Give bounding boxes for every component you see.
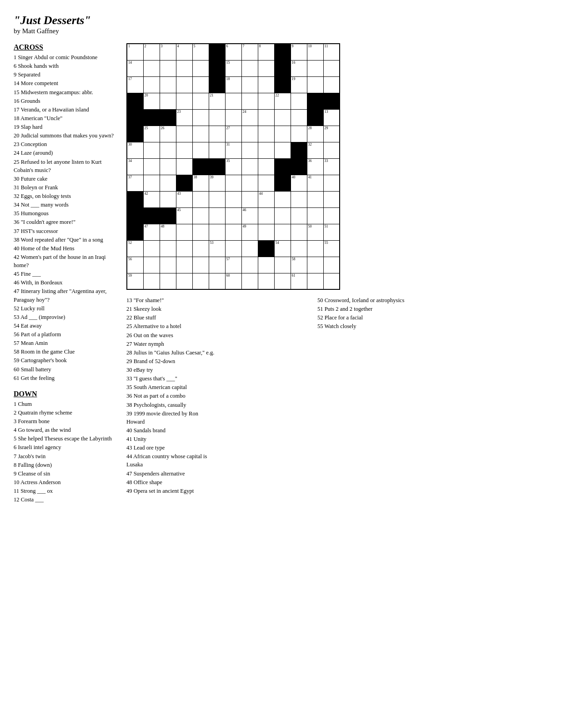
- grid-cell-r12-c9: 54: [274, 240, 291, 257]
- across-clue-31: 31 Boleyn or Frank: [14, 183, 118, 192]
- across-right-clue-39: 39 1999 movie directed by Ron Howard: [126, 410, 217, 426]
- cell-number: 56: [128, 258, 132, 261]
- cell-number: 49: [243, 225, 246, 228]
- across-clue-9: 9 Separated: [14, 71, 118, 79]
- grid-cell-r1-c6: 15: [225, 60, 241, 76]
- grid-cell-r5-c0: [127, 126, 143, 142]
- grid-cell-r8-c1: [143, 175, 160, 191]
- cell-number: 61: [292, 274, 296, 278]
- grid-cell-r1-c4: [192, 60, 209, 76]
- grid-cell-r11-c6: [225, 224, 241, 240]
- cell-number: 24: [243, 110, 246, 114]
- down-clue-12: 12 Costa ___: [14, 495, 118, 504]
- cell-number: 13: [325, 110, 328, 114]
- across-clue-57: 57 Mean Amin: [14, 339, 118, 347]
- grid-cell-r2-c3: [176, 76, 192, 93]
- grid-cell-r3-c9: 22: [274, 93, 291, 109]
- grid-cell-r10-c10: [291, 207, 307, 224]
- cell-number: 19: [292, 77, 296, 81]
- across-clue-36: 36 "I couldn't agree more!": [14, 218, 118, 226]
- down-clue-3: 3 Forearm bone: [14, 417, 118, 425]
- grid-cell-r9-c1: 42: [143, 191, 160, 207]
- grid-cell-r2-c0: 17: [127, 76, 143, 93]
- down-title: DOWN: [14, 390, 118, 398]
- across-bottom-col3: 50 Crossword, Iceland or astrophysics51 …: [317, 296, 413, 495]
- grid-cell-r5-c12: 29: [323, 126, 340, 142]
- grid-cell-r4-c0: [127, 109, 143, 126]
- grid-cell-r2-c6: 18: [225, 76, 241, 93]
- grid-cell-r3-c0: [127, 93, 143, 109]
- grid-cell-r4-c2: [160, 109, 176, 126]
- grid-cell-r12-c2: [160, 240, 176, 257]
- across-clue-52: 52 Lucky roll: [14, 304, 118, 313]
- grid-cell-r4-c11: [307, 109, 323, 126]
- cell-number: 23: [177, 110, 181, 114]
- grid-cell-r9-c11: [307, 191, 323, 207]
- cell-number: 26: [161, 126, 165, 130]
- grid-cell-r7-c9: [274, 158, 291, 175]
- grid-cell-r4-c8: [258, 109, 274, 126]
- across-clue-56: 56 Part of a platform: [14, 330, 118, 339]
- grid-cell-r9-c12: [323, 191, 340, 207]
- down-clue-9: 9 Cleanse of sin: [14, 470, 118, 478]
- grid-cell-r8-c4: 38: [192, 175, 209, 191]
- cell-number: 5: [194, 45, 196, 48]
- grid-cell-r5-c2: 26: [160, 126, 176, 142]
- grid-cell-r13-c10: 58: [291, 257, 307, 273]
- across-clue-60: 60 Small battery: [14, 365, 118, 374]
- down-clue-10: 10 Actress Anderson: [14, 478, 118, 486]
- grid-cell-r0-c3: 4: [176, 44, 192, 60]
- grid-cell-r1-c1: [143, 60, 160, 76]
- across-right-clue-22: 22 Blue stuff: [126, 313, 217, 322]
- cell-number: 48: [161, 225, 165, 228]
- grid-cell-r6-c8: [258, 142, 274, 158]
- grid-cell-r6-c6: 31: [225, 142, 241, 158]
- grid-cell-r3-c8: [258, 93, 274, 109]
- grid-cell-r2-c2: [160, 76, 176, 93]
- grid-cell-r2-c10: 19: [291, 76, 307, 93]
- grid-cell-r4-c7: 24: [241, 109, 258, 126]
- grid-cell-r7-c6: 35: [225, 158, 241, 175]
- cell-number: 46: [243, 208, 246, 212]
- grid-cell-r5-c8: [258, 126, 274, 142]
- cell-number: 59: [128, 274, 132, 278]
- grid-cell-r9-c9: [274, 191, 291, 207]
- grid-cell-r14-c7: [241, 273, 258, 289]
- across-clue-42: 42 Women's part of the house in an Iraqi…: [14, 253, 118, 269]
- cell-number: 7: [243, 45, 245, 48]
- cell-number: 38: [194, 176, 197, 179]
- grid-cell-r9-c0: [127, 191, 143, 207]
- grid-cell-r12-c11: [307, 240, 323, 257]
- grid-cell-r9-c5: [209, 191, 225, 207]
- across-clue-18: 18 American "Uncle": [14, 114, 118, 122]
- grid-cell-r7-c10: [291, 158, 307, 175]
- grid-cell-r1-c8: [258, 60, 274, 76]
- cell-number: 4: [177, 45, 179, 48]
- cell-number: 42: [145, 192, 148, 196]
- byline: by Matt Gaffney: [14, 27, 548, 35]
- grid-cell-r12-c3: [176, 240, 192, 257]
- across-clue-14: 14 More competent: [14, 79, 118, 87]
- grid-cell-r10-c1: [143, 207, 160, 224]
- grid-cell-r7-c2: [160, 158, 176, 175]
- cell-number: 14: [128, 61, 132, 65]
- grid-cell-r2-c7: [241, 76, 258, 93]
- grid-cell-r14-c5: [209, 273, 225, 289]
- across-clue-61: 61 Get the feeling: [14, 374, 118, 382]
- cell-number: 36: [308, 159, 312, 163]
- across-clue-46: 46 With, in Bordeaux: [14, 278, 118, 287]
- cell-number: 35: [226, 159, 230, 163]
- grid-cell-r7-c1: [143, 158, 160, 175]
- grid-cell-r6-c11: 32: [307, 142, 323, 158]
- grid-cell-r2-c9: [274, 76, 291, 93]
- cell-number: 43: [177, 192, 181, 196]
- grid-cell-r8-c12: [323, 175, 340, 191]
- grid-cell-r12-c12: 55: [323, 240, 340, 257]
- grid-cell-r10-c4: [192, 207, 209, 224]
- grid-cell-r5-c1: 25: [143, 126, 160, 142]
- grid-cell-r7-c11: 36: [307, 158, 323, 175]
- grid-cell-r13-c0: 56: [127, 257, 143, 273]
- grid-cell-r9-c7: [241, 191, 258, 207]
- cell-number: 1: [128, 45, 130, 48]
- across-clue-19: 19 Slap hard: [14, 123, 118, 131]
